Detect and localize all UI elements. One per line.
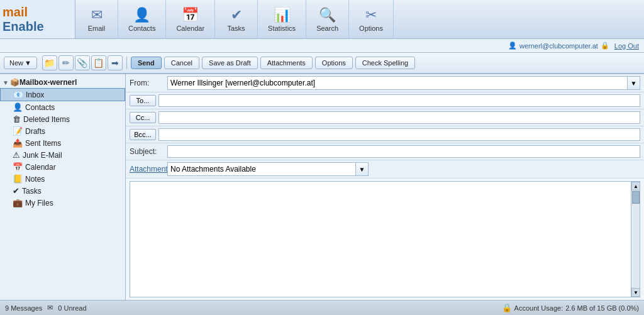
logout-button[interactable]: Log Out (614, 42, 639, 50)
bcc-input[interactable] (158, 128, 640, 141)
email-nav-icon: ✉ (91, 7, 103, 23)
username: wernerl@clubcomputer.at (519, 42, 598, 50)
subject-label: Subject: (130, 147, 167, 156)
scrollbar-track: ▲ ▼ (631, 182, 640, 297)
sidebar-item-inbox[interactable]: 📧 Inbox (0, 88, 125, 101)
sidebar-notes-label: Notes (25, 175, 45, 184)
folder-icon-button[interactable]: 📁 (42, 55, 57, 70)
sidebar-item-drafts[interactable]: 📝 Drafts (0, 125, 125, 137)
sidebar-item-deleted[interactable]: 🗑 Deleted Items (0, 113, 125, 125)
check-spelling-button[interactable]: Check Spelling (355, 57, 415, 69)
bcc-row: Bcc... (126, 126, 644, 143)
deleted-icon: 🗑 (13, 114, 21, 124)
sidebar-root-label: Mailbox-wernerl (19, 78, 77, 87)
bcc-button[interactable]: Bcc... (130, 129, 156, 140)
user-info: 👤 wernerl@clubcomputer.at 🔒 (508, 41, 609, 50)
attachments-row: Attachments: No Attachments Available ▼ (126, 160, 644, 179)
address-icon-button[interactable]: 📋 (91, 55, 106, 70)
sidebar-item-calendar[interactable]: 📅 Calendar (0, 161, 125, 173)
status-bar: 9 Messages ✉ 0 Unread 🔒 Account Usage: 2… (0, 300, 644, 315)
account-usage-value: 2.6 MB of 15 GB (0.0%) (565, 304, 639, 312)
logo: mail Enable (0, 0, 75, 38)
sidebar-item-notes[interactable]: 📒 Notes (0, 173, 125, 185)
toolbar-icon-group: 📁 ✏ 📎 📋 ➡ (42, 55, 123, 70)
message-body-wrapper: ▲ ▼ (130, 181, 640, 297)
sent-icon: 📤 (13, 138, 23, 148)
attachments-select-arrow[interactable]: ▼ (356, 162, 369, 176)
drafts-icon: 📝 (13, 126, 23, 136)
scrollbar-thumb[interactable] (632, 191, 640, 204)
subject-row: Subject: (126, 143, 644, 160)
subject-input[interactable] (167, 145, 640, 158)
calendar-nav-icon: 📅 (182, 7, 199, 23)
from-select-arrow[interactable]: ▼ (628, 76, 640, 90)
sidebar-item-tasks[interactable]: ✔ Tasks (0, 185, 125, 197)
scroll-down-button[interactable]: ▼ (631, 288, 640, 297)
nav-statistics[interactable]: 📊 Statistics (258, 0, 306, 38)
save-draft-button[interactable]: Save as Draft (202, 57, 258, 69)
paperclip-icon-button[interactable]: 📎 (75, 55, 90, 70)
inbox-icon: 📧 (13, 90, 23, 99)
compose-form: From: Werner Illsinger [wernerl@clubcomp… (126, 74, 644, 179)
from-row: From: Werner Illsinger [wernerl@clubcomp… (126, 74, 644, 92)
nav-tasks[interactable]: ✔ Tasks (215, 0, 258, 38)
unread-icon: ✉ (47, 304, 53, 312)
tree-expand-icon: ▼ (3, 79, 9, 86)
notes-icon: 📒 (13, 174, 23, 184)
cc-input[interactable] (158, 111, 640, 124)
sidebar-item-myfiles[interactable]: 💼 My Files (0, 197, 125, 209)
nav-email[interactable]: ✉ Email (75, 0, 118, 38)
cc-button[interactable]: Cc... (130, 112, 156, 123)
cancel-button[interactable]: Cancel (164, 57, 199, 69)
calendar-icon: 📅 (13, 162, 23, 172)
tasks-nav-icon: ✔ (231, 7, 242, 23)
nav-email-label: Email (88, 25, 106, 32)
forward-icon-button[interactable]: ➡ (108, 55, 123, 70)
attachments-select[interactable]: No Attachments Available (167, 162, 356, 176)
new-label: New (9, 59, 23, 67)
nav-items: ✉ Email 👤 Contacts 📅 Calendar ✔ Tasks 📊 … (75, 0, 394, 38)
tasks-icon: ✔ (13, 186, 19, 196)
options-nav-icon: ✂ (365, 7, 377, 23)
attachments-label[interactable]: Attachments: (130, 165, 167, 174)
cc-row: Cc... (126, 109, 644, 126)
scroll-up-button[interactable]: ▲ (631, 182, 640, 191)
main-area: ▼ 📦 Mailbox-wernerl 📧 Inbox 👤 Contacts 🗑… (0, 74, 644, 300)
new-button[interactable]: New ▼ (4, 57, 37, 69)
logo-mail: mail (3, 5, 28, 19)
send-button[interactable]: Send (131, 57, 162, 69)
nav-options-label: Options (359, 25, 383, 32)
sidebar-inbox-label: Inbox (26, 91, 44, 99)
sidebar-sent-label: Sent Items (25, 139, 61, 148)
from-select[interactable]: Werner Illsinger [wernerl@clubcomputer.a… (167, 76, 628, 90)
sidebar-drafts-label: Drafts (25, 127, 45, 136)
nav-statistics-label: Statistics (268, 25, 296, 32)
sidebar-item-contacts[interactable]: 👤 Contacts (0, 101, 125, 113)
user-bar: 👤 wernerl@clubcomputer.at 🔒 Log Out (0, 39, 644, 53)
nav-options[interactable]: ✂ Options (349, 0, 394, 38)
nav-calendar[interactable]: 📅 Calendar (166, 0, 215, 38)
sidebar-item-sent[interactable]: 📤 Sent Items (0, 137, 125, 149)
nav-search-label: Search (316, 25, 338, 32)
pencil-icon-button[interactable]: ✏ (58, 55, 74, 70)
attachments-button[interactable]: Attachments (260, 57, 313, 69)
sidebar-root[interactable]: ▼ 📦 Mailbox-wernerl (0, 77, 125, 88)
to-button[interactable]: To... (130, 95, 156, 106)
statistics-nav-icon: 📊 (274, 7, 291, 23)
sidebar-myfiles-label: My Files (25, 199, 53, 207)
message-body[interactable] (130, 182, 631, 297)
new-arrow-icon: ▼ (25, 59, 31, 67)
sidebar-item-junk[interactable]: ⚠ Junk E-Mail (0, 149, 125, 161)
root-icon: 📦 (10, 78, 19, 87)
toolbar-divider (126, 57, 127, 69)
attachments-select-wrapper: No Attachments Available ▼ (167, 162, 640, 176)
nav-contacts[interactable]: 👤 Contacts (118, 0, 166, 38)
content-area: From: Werner Illsinger [wernerl@clubcomp… (126, 74, 644, 300)
contacts-nav-icon: 👤 (133, 7, 150, 23)
sidebar-junk-label: Junk E-Mail (23, 151, 62, 160)
sidebar-contacts-label: Contacts (25, 103, 55, 112)
messages-count: 9 Messages (5, 304, 42, 312)
nav-search[interactable]: 🔍 Search (306, 0, 349, 38)
options-button[interactable]: Options (315, 57, 353, 69)
to-input[interactable] (158, 94, 640, 107)
